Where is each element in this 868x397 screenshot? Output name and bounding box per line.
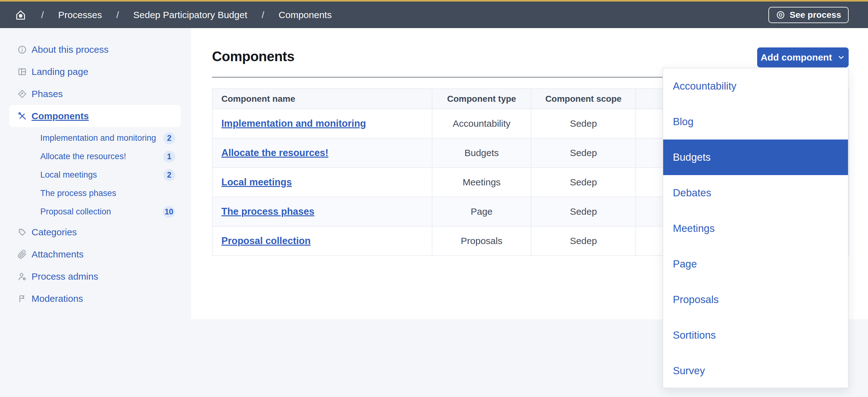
dropdown-item-meetings[interactable]: Meetings [663, 211, 848, 246]
see-process-label: See process [789, 10, 841, 20]
home-icon [14, 9, 27, 21]
chevron-down-icon [837, 53, 845, 62]
dropdown-item-survey[interactable]: Survey [663, 353, 848, 389]
count-badge: 2 [163, 132, 175, 144]
sidebar-subitem-proposal-collection[interactable]: Proposal collection 10 [9, 203, 181, 221]
sidebar-item-label: Moderations [32, 293, 83, 304]
sidebar-item-process-admins[interactable]: Process admins [9, 265, 181, 288]
column-header-component-name: Component name [212, 89, 432, 109]
count-badge: 10 [163, 206, 175, 218]
sidebar: About this process Landing page Phases [0, 28, 191, 397]
sidebar-item-label: Components [32, 111, 89, 122]
sidebar-item-label: Attachments [32, 249, 84, 260]
column-header-component-type: Component type [432, 89, 531, 109]
component-scope-cell: Sedep [531, 197, 636, 226]
sidebar-subitem-process-phases[interactable]: The process phases [9, 184, 181, 203]
dropdown-item-page[interactable]: Page [663, 246, 848, 282]
subitem-label: Proposal collection [40, 207, 111, 217]
dropdown-item-budgets[interactable]: Budgets [663, 139, 848, 175]
sidebar-item-components[interactable]: Components [9, 105, 181, 127]
component-name-link[interactable]: The process phases [221, 206, 314, 217]
breadcrumb-separator: / [116, 10, 119, 20]
paperclip-icon [18, 250, 27, 259]
breadcrumb-link-processes[interactable]: Processes [58, 10, 102, 20]
page-title: Components [212, 49, 294, 64]
component-name-link[interactable]: Proposal collection [221, 235, 311, 246]
subitem-label: The process phases [40, 189, 116, 198]
sidebar-item-landing-page[interactable]: Landing page [9, 61, 181, 83]
dropdown-item-proposals[interactable]: Proposals [663, 282, 848, 318]
component-type-cell: Page [432, 197, 531, 226]
admin-page: / Processes / Sedep Participatory Budget… [0, 0, 868, 397]
breadcrumb-separator: / [41, 10, 44, 20]
sidebar-item-label: Categories [32, 227, 77, 237]
breadcrumb: / Processes / Sedep Participatory Budget… [14, 9, 332, 21]
eye-icon [776, 10, 785, 20]
component-scope-cell: Sedep [531, 226, 636, 256]
count-badge: 1 [163, 151, 175, 163]
subitem-label: Implementation and monitoring [40, 133, 156, 143]
breadcrumb-home-link[interactable] [14, 9, 27, 21]
component-name-link[interactable]: Local meetings [221, 177, 292, 188]
breadcrumb-separator: / [262, 10, 264, 20]
components-submenu: Implementation and monitoring 2 Allocate… [0, 129, 191, 221]
sidebar-item-attachments[interactable]: Attachments [9, 243, 181, 265]
add-component-button[interactable]: Add component [757, 47, 849, 67]
tools-icon [18, 111, 27, 121]
flag-icon [18, 294, 27, 303]
dropdown-item-accountability[interactable]: Accountability [663, 68, 848, 104]
component-type-cell: Meetings [432, 168, 531, 197]
component-type-cell: Accountability [432, 109, 531, 138]
sidebar-item-about[interactable]: About this process [9, 38, 181, 61]
component-name-link[interactable]: Implementation and monitoring [221, 118, 366, 129]
sidebar-item-categories[interactable]: Categories [9, 221, 181, 243]
component-scope-cell: Sedep [531, 138, 636, 168]
add-component-dropdown: Accountability Blog Budgets Debates Meet… [662, 68, 849, 388]
component-name-link[interactable]: Allocate the resources! [221, 147, 329, 158]
subitem-label: Allocate the resources! [40, 152, 126, 161]
dropdown-item-sortitions[interactable]: Sortitions [663, 318, 848, 353]
sidebar-item-label: About this process [32, 44, 108, 55]
count-badge: 2 [163, 169, 175, 181]
breadcrumb-link-process-name[interactable]: Sedep Participatory Budget [133, 10, 247, 20]
component-type-cell: Proposals [432, 226, 531, 256]
dropdown-item-debates[interactable]: Debates [663, 175, 848, 211]
user-gear-icon [18, 272, 27, 281]
phases-diamond-icon [18, 89, 27, 99]
component-scope-cell: Sedep [531, 109, 636, 138]
sidebar-item-moderations[interactable]: Moderations [9, 288, 181, 309]
sidebar-subitem-implementation[interactable]: Implementation and monitoring 2 [9, 129, 181, 147]
column-header-component-scope: Component scope [531, 89, 636, 109]
see-process-button[interactable]: See process [768, 7, 849, 23]
tag-icon [18, 228, 27, 237]
sidebar-subitem-allocate-resources[interactable]: Allocate the resources! 1 [9, 147, 181, 166]
sidebar-item-label: Process admins [32, 271, 98, 282]
component-type-cell: Budgets [432, 138, 531, 168]
sidebar-item-label: Landing page [32, 66, 88, 77]
dropdown-item-blog[interactable]: Blog [663, 104, 848, 139]
info-circle-icon [18, 45, 27, 54]
sidebar-item-label: Phases [32, 89, 63, 99]
component-scope-cell: Sedep [531, 168, 636, 197]
sidebar-item-phases[interactable]: Phases [9, 83, 181, 105]
subitem-label: Local meetings [40, 170, 97, 180]
breadcrumb-current-page[interactable]: Components [279, 10, 332, 20]
sidebar-subitem-local-meetings[interactable]: Local meetings 2 [9, 166, 181, 184]
layout-grid-icon [18, 67, 27, 76]
topbar: / Processes / Sedep Participatory Budget… [0, 0, 868, 28]
add-component-label: Add component [761, 52, 832, 63]
